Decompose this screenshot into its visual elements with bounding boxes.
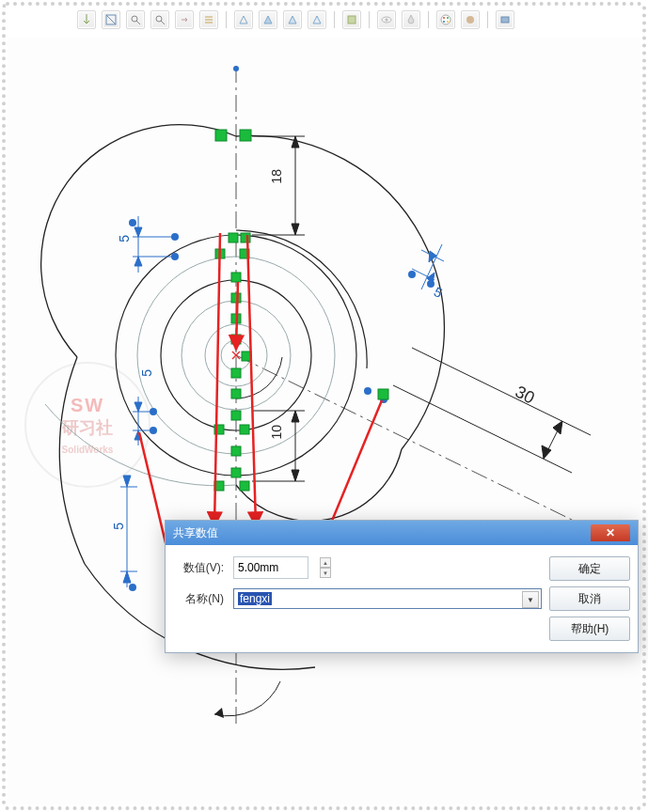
svg-point-14 <box>466 16 474 23</box>
svg-rect-37 <box>231 389 241 398</box>
value-spinner[interactable]: ▲▼ <box>320 557 331 578</box>
toolbar-separator <box>369 11 370 28</box>
svg-line-18 <box>236 355 624 545</box>
spin-down-icon[interactable]: ▼ <box>320 568 331 578</box>
svg-rect-40 <box>240 425 249 434</box>
tool-palette-icon[interactable] <box>436 10 455 29</box>
svg-line-69 <box>412 348 591 435</box>
tool-eye-icon[interactable] <box>377 10 396 29</box>
svg-rect-32 <box>231 293 241 303</box>
svg-marker-67 <box>292 470 299 481</box>
dialog-form: 数值(V): 5.00mm ▲▼ 名称(N) fengxi ▼ <box>179 556 542 641</box>
tool-display1-icon[interactable] <box>234 10 253 29</box>
svg-line-3 <box>136 21 140 24</box>
tool-shaded-icon[interactable] <box>342 10 361 29</box>
svg-marker-86 <box>123 476 131 487</box>
svg-rect-55 <box>378 389 388 399</box>
svg-point-46 <box>129 584 136 591</box>
tool-display4-icon[interactable] <box>308 10 326 29</box>
svg-marker-61 <box>292 136 299 148</box>
svg-point-11 <box>447 17 449 19</box>
shared-value-dialog: 共享数值 ✕ 数值(V): 5.00mm ▲▼ 名称(N) fengxi ▼ 确… <box>165 520 639 653</box>
svg-marker-66 <box>292 411 299 422</box>
tool-appearance-icon[interactable] <box>461 10 480 29</box>
svg-point-9 <box>441 15 450 24</box>
svg-line-5 <box>161 21 165 24</box>
svg-rect-6 <box>348 16 356 23</box>
tool-zoom-all-icon[interactable] <box>126 10 145 29</box>
chevron-down-icon[interactable]: ▼ <box>522 591 539 608</box>
value-input[interactable]: 5.00mm <box>233 556 308 579</box>
help-button[interactable]: 帮助(H) <box>549 617 630 641</box>
name-label: 名称(N) <box>179 591 224 607</box>
svg-point-51 <box>408 271 416 278</box>
svg-rect-26 <box>240 130 251 141</box>
toolbar-separator <box>487 11 488 28</box>
ok-button[interactable]: 确定 <box>549 556 630 581</box>
tool-pan-icon[interactable] <box>175 10 194 29</box>
tool-display2-icon[interactable] <box>259 10 277 29</box>
tool-drop-icon[interactable] <box>402 10 420 29</box>
value-label: 数值(V): <box>179 560 224 576</box>
dialog-body: 数值(V): 5.00mm ▲▼ 名称(N) fengxi ▼ 确定 取消 帮助… <box>166 545 638 652</box>
svg-marker-62 <box>292 224 299 235</box>
value-text: 5.00mm <box>238 561 278 574</box>
svg-line-1 <box>106 15 116 24</box>
toolbar-separator <box>428 11 429 28</box>
svg-point-17 <box>233 66 239 71</box>
toolbar <box>77 10 514 29</box>
tool-display3-icon[interactable] <box>283 10 302 29</box>
svg-point-53 <box>364 387 371 395</box>
svg-rect-36 <box>231 368 241 378</box>
svg-point-8 <box>386 19 388 22</box>
dialog-titlebar[interactable]: 共享数值 ✕ <box>166 521 638 545</box>
dialog-buttons: 确定 取消 帮助(H) <box>549 556 630 641</box>
svg-marker-98 <box>214 708 224 718</box>
svg-rect-44 <box>240 481 249 491</box>
dim-10[interactable]: 10 <box>269 425 284 440</box>
svg-rect-42 <box>231 468 241 477</box>
dim-5a[interactable]: 5 <box>117 235 132 242</box>
svg-rect-31 <box>231 273 241 282</box>
svg-rect-28 <box>241 233 250 242</box>
name-combobox[interactable]: fengxi ▼ <box>233 588 542 609</box>
svg-point-13 <box>447 21 449 23</box>
svg-point-10 <box>443 17 445 19</box>
svg-marker-87 <box>123 571 131 583</box>
tool-view-icon[interactable] <box>77 10 96 29</box>
cancel-button[interactable]: 取消 <box>549 586 630 611</box>
svg-rect-27 <box>229 233 238 242</box>
svg-marker-77 <box>134 257 142 266</box>
dialog-title: 共享数值 <box>173 525 218 541</box>
tool-list-icon[interactable] <box>199 10 218 29</box>
sketch-svg <box>8 38 640 808</box>
dim-5b[interactable]: 5 <box>139 369 154 377</box>
dim-5c[interactable]: 5 <box>111 523 126 530</box>
tool-section-icon[interactable] <box>102 10 120 29</box>
toolbar-separator <box>226 11 227 28</box>
svg-rect-38 <box>231 411 241 420</box>
name-value: fengxi <box>238 592 272 605</box>
svg-rect-15 <box>501 17 509 23</box>
svg-marker-76 <box>134 227 142 237</box>
svg-marker-72 <box>553 421 562 434</box>
svg-point-12 <box>443 21 445 23</box>
svg-point-45 <box>129 219 136 226</box>
svg-rect-41 <box>231 446 241 456</box>
toolbar-separator <box>334 11 335 28</box>
close-icon[interactable]: ✕ <box>591 524 630 541</box>
svg-line-68 <box>393 385 572 473</box>
svg-rect-25 <box>215 130 227 141</box>
selection-handles <box>214 130 251 491</box>
sketch-canvas[interactable]: SW 研习社 SolidWorks <box>8 38 640 804</box>
tool-zoom-area-icon[interactable] <box>150 10 169 29</box>
svg-marker-81 <box>134 402 142 412</box>
spin-up-icon[interactable]: ▲ <box>320 557 331 568</box>
tool-render-icon[interactable] <box>496 10 514 29</box>
dim-18[interactable]: 18 <box>269 169 284 184</box>
